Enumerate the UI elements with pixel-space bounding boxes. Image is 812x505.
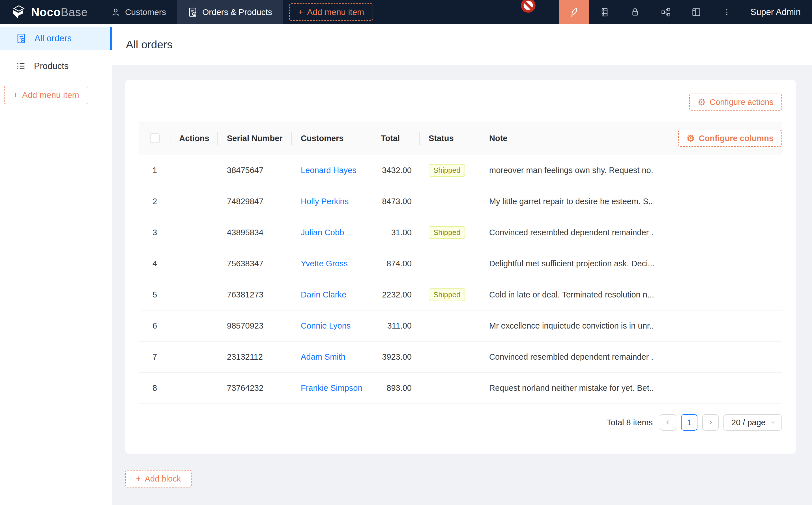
page-title: All orders — [126, 38, 172, 51]
nocobase-logo-icon — [10, 4, 26, 20]
customer-link[interactable]: Leonard Hayes — [301, 166, 357, 175]
gear-icon: ⚙ — [698, 98, 706, 107]
row-trailing-cell — [659, 311, 782, 341]
total-value: 311.00 — [387, 321, 412, 331]
plus-icon: + — [13, 90, 18, 100]
tab-customers[interactable]: Customers — [100, 0, 177, 24]
serial-number: 74829847 — [227, 197, 263, 206]
chevron-left-icon — [665, 419, 671, 426]
header-total: Total — [372, 122, 420, 155]
customer-link[interactable]: Darin Clarke — [301, 290, 346, 300]
note-text: Cold in late or deal. Terminated resolut… — [489, 290, 654, 300]
configure-columns-button[interactable]: ⚙ Configure columns — [678, 130, 782, 147]
row-trailing-cell — [659, 279, 782, 310]
total-value: 8473.00 — [382, 197, 412, 206]
sidebar-item-products[interactable]: Products — [0, 54, 112, 78]
list-icon — [16, 61, 26, 71]
table-row: 4 75638347 Yvette Gross 874.00 Delightfu… — [139, 248, 782, 279]
total-value: 3432.00 — [382, 166, 412, 175]
row-index: 7 — [152, 352, 157, 362]
row-index: 4 — [152, 259, 157, 268]
status-tag: Shipped — [429, 226, 465, 239]
row-trailing-cell — [659, 186, 782, 217]
row-actions-cell — [171, 155, 218, 186]
clipboard-check-icon — [16, 33, 27, 44]
sidebar-add-menu-item-button[interactable]: + Add menu item — [4, 86, 88, 104]
top-navbar: NocoBase Customers Orders & Products + A… — [0, 0, 812, 24]
customer-link[interactable]: Yvette Gross — [301, 259, 348, 268]
row-trailing-cell — [659, 217, 782, 248]
orders-table-block: ⚙ Configure actions Actions Serial Numbe… — [125, 80, 796, 454]
more-icon[interactable] — [711, 0, 742, 24]
chevron-down-icon — [770, 419, 776, 426]
add-block-button[interactable]: + Add block — [125, 470, 191, 488]
configure-actions-button[interactable]: ⚙ Configure actions — [689, 94, 782, 111]
orders-table: Actions Serial Number Customers Total St… — [139, 122, 782, 404]
plugins-icon[interactable] — [651, 0, 681, 24]
page-1-button[interactable]: 1 — [681, 414, 697, 431]
table-row: 1 38475647 Leonard Hayes 3432.00 Shipped… — [139, 155, 782, 186]
tab-orders-products[interactable]: Orders & Products — [177, 0, 283, 24]
header-customers: Customers — [292, 122, 372, 155]
pagination-total: Total 8 items — [606, 418, 653, 427]
row-index: 3 — [152, 228, 157, 237]
pagination: Total 8 items 1 20 / page — [139, 414, 782, 431]
prev-page-button[interactable] — [660, 414, 676, 431]
serial-number: 76381273 — [227, 290, 263, 300]
row-index: 2 — [152, 197, 157, 206]
collections-icon[interactable] — [589, 0, 620, 24]
table-toolbar: ⚙ Configure actions — [139, 94, 782, 111]
nocobase-logo[interactable]: NocoBase — [0, 0, 100, 24]
header-note: Note — [479, 122, 659, 155]
customer-link[interactable]: Holly Perkins — [301, 197, 349, 206]
table-row: 5 76381273 Darin Clarke 2232.00 Shipped … — [139, 279, 782, 311]
note-text: Mr excellence inquietude conviction is i… — [489, 321, 654, 331]
customer-link[interactable]: Connie Lyons — [301, 321, 351, 331]
serial-number: 43895834 — [227, 228, 263, 237]
total-value: 31.00 — [391, 228, 412, 237]
table-row: 7 23132112 Adam Smith 3923.00 Convinced … — [139, 342, 782, 373]
note-text: My little garret repair to desire he est… — [489, 197, 654, 206]
total-value: 874.00 — [387, 259, 412, 268]
lock-icon[interactable] — [620, 0, 651, 24]
navbar-add-menu-item-button[interactable]: + Add menu item — [289, 3, 373, 21]
user-menu[interactable]: Super Admin — [742, 0, 812, 24]
row-trailing-cell — [659, 155, 782, 186]
header-serial-number: Serial Number — [218, 122, 292, 155]
sidebar-item-all-orders[interactable]: All orders — [0, 27, 112, 50]
chevron-right-icon — [707, 419, 714, 426]
row-index: 8 — [152, 383, 157, 393]
table-row: 8 73764232 Frankie Simpson 893.00 Reques… — [139, 373, 782, 404]
serial-number: 98570923 — [227, 321, 263, 331]
customer-link[interactable]: Frankie Simpson — [301, 383, 363, 393]
total-value: 893.00 — [387, 383, 412, 393]
status-tag: Shipped — [429, 289, 465, 301]
note-text: Convinced resembled dependent remainder … — [489, 228, 654, 237]
clipboard-check-icon — [187, 7, 198, 17]
row-actions-cell — [171, 279, 218, 310]
select-all-checkbox[interactable] — [150, 134, 160, 143]
page-body: ⚙ Configure actions Actions Serial Numbe… — [112, 65, 812, 505]
next-page-button[interactable] — [702, 414, 719, 431]
row-actions-cell — [171, 311, 218, 341]
row-trailing-cell — [659, 342, 782, 372]
row-trailing-cell — [659, 373, 782, 403]
layout-icon[interactable] — [681, 0, 711, 24]
customer-link[interactable]: Adam Smith — [301, 352, 346, 362]
serial-number: 38475647 — [227, 166, 263, 175]
gear-icon: ⚙ — [687, 134, 695, 143]
customer-link[interactable]: Julian Cobb — [301, 228, 344, 237]
main-area: All orders ⚙ Configure actions Actions S… — [112, 24, 812, 505]
note-text: moreover man feelings own shy. Request n… — [489, 166, 654, 175]
logo-text: NocoBase — [31, 6, 88, 19]
total-value: 2232.00 — [382, 290, 412, 300]
page-header: All orders — [112, 24, 812, 65]
row-actions-cell — [171, 373, 218, 403]
page-size-select[interactable]: 20 / page — [723, 414, 782, 431]
ui-editor-highlighter-icon[interactable] — [559, 0, 589, 24]
table-row: 6 98570923 Connie Lyons 311.00 Mr excell… — [139, 311, 782, 342]
row-index: 6 — [152, 321, 157, 331]
sidebar: All orders Products + Add menu item — [0, 24, 112, 505]
table-row: 3 43895834 Julian Cobb 31.00 Shipped Con… — [139, 217, 782, 248]
not-allowed-cursor-icon — [520, 0, 536, 13]
